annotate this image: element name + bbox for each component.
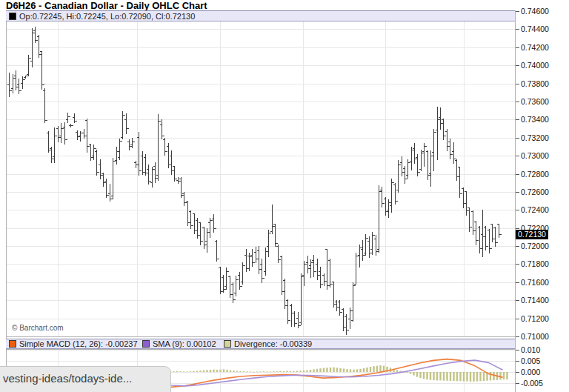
macd-swatch-icon bbox=[9, 340, 16, 348]
svg-text:0.74000: 0.74000 bbox=[521, 61, 549, 70]
price-axis-labels: 0.746000.744000.742000.740000.738000.736… bbox=[521, 7, 549, 388]
svg-text:0.73200: 0.73200 bbox=[521, 133, 549, 142]
ohlc-legend-label: Op:0.72245, Hi:0.72245, Lo:0.72090, Cl:0… bbox=[19, 12, 195, 21]
svg-text:0.72600: 0.72600 bbox=[521, 187, 549, 196]
sma-swatch-icon bbox=[142, 340, 150, 348]
svg-text:0.74400: 0.74400 bbox=[521, 24, 549, 33]
svg-text:0.71800: 0.71800 bbox=[521, 259, 549, 268]
screenshot-root: D6H26 - Canadian Dollar - Daily OHLC Cha… bbox=[0, 0, 569, 392]
sma-legend-label: SMA (9): 0.00102 bbox=[153, 339, 216, 348]
price-chart-canvas[interactable]: 0.746000.744000.742000.740000.738000.736… bbox=[0, 0, 569, 392]
last-price-flag: 0.72130 bbox=[516, 230, 548, 239]
svg-text:0.71200: 0.71200 bbox=[521, 314, 549, 323]
svg-text:0.72000: 0.72000 bbox=[521, 242, 549, 250]
ohlc-legend-strip: Op:0.72245, Hi:0.72245, Lo:0.72090, Cl:0… bbox=[6, 10, 515, 21]
svg-text:-0.005: -0.005 bbox=[521, 379, 543, 388]
indicator-legend-strip: Simple MACD (12, 26): -0.00237 SMA (9): … bbox=[6, 339, 515, 349]
svg-text:0.72800: 0.72800 bbox=[521, 170, 549, 179]
svg-text:0.005: 0.005 bbox=[521, 356, 540, 365]
svg-text:0.73800: 0.73800 bbox=[521, 79, 549, 88]
svg-text:0.000: 0.000 bbox=[521, 368, 540, 376]
svg-text:0.71000: 0.71000 bbox=[521, 332, 549, 341]
pane-borders bbox=[6, 10, 516, 392]
barchart-watermark: © Barchart.com bbox=[12, 324, 64, 332]
legend-item-macd: Simple MACD (12, 26): -0.00237 bbox=[9, 339, 138, 348]
svg-text:0.73000: 0.73000 bbox=[521, 151, 549, 160]
svg-text:0.71400: 0.71400 bbox=[521, 296, 549, 305]
svg-text:0.71600: 0.71600 bbox=[521, 278, 549, 287]
svg-text:0.010: 0.010 bbox=[521, 345, 540, 354]
svg-text:0.73600: 0.73600 bbox=[521, 97, 549, 106]
svg-text:0.72400: 0.72400 bbox=[521, 205, 549, 214]
macd-legend-label: Simple MACD (12, 26): -0.00237 bbox=[19, 339, 138, 348]
ohlc-series-swatch-icon bbox=[9, 13, 16, 20]
svg-text:0.74200: 0.74200 bbox=[521, 43, 549, 52]
divergence-legend-label: Divergence: -0.00339 bbox=[234, 339, 312, 348]
svg-text:0.74600: 0.74600 bbox=[521, 7, 549, 16]
ohlc-bars bbox=[7, 27, 502, 335]
divergence-swatch-icon bbox=[224, 340, 231, 348]
browser-status-tooltip: vesting-ideas/todays-ide... bbox=[0, 366, 171, 392]
svg-text:0.73400: 0.73400 bbox=[521, 115, 549, 124]
legend-item-sma: SMA (9): 0.00102 bbox=[142, 339, 216, 348]
legend-item-divergence: Divergence: -0.00339 bbox=[224, 339, 312, 348]
gridlines bbox=[6, 11, 519, 392]
